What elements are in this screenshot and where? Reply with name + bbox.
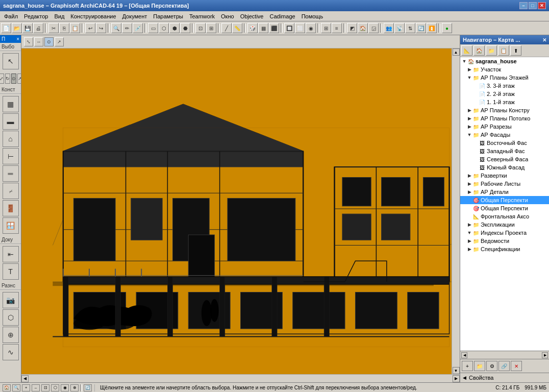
tree-item-details[interactable]: ▶ 📁 АР Детали <box>460 188 549 196</box>
hscroll-right[interactable]: ▶ <box>453 375 460 382</box>
tree-item-constr-plans[interactable]: ▶ 📁 АР Планы Констру <box>460 106 549 114</box>
tree-item-persp2[interactable]: 🎯 Общая Перспекти <box>460 204 549 212</box>
menu-help[interactable]: Помощь <box>298 12 327 20</box>
minimize-button[interactable]: – <box>519 2 528 9</box>
tree-item-west[interactable]: 🖼 Западный Фас <box>460 147 549 155</box>
expand-expl[interactable]: ▶ <box>466 222 472 228</box>
tree-item-axo[interactable]: 📐 Фронтальная Аксо <box>460 212 549 220</box>
tool-move[interactable]: ⤢ <box>0 74 4 84</box>
tree-item-ceil-plans[interactable]: ▶ 📁 АР Планы Потолко <box>460 114 549 122</box>
tool-text[interactable]: T <box>3 263 19 280</box>
tb-snap2[interactable]: ⊞ <box>206 23 216 33</box>
tool-beam[interactable]: ═ <box>3 165 19 182</box>
tb-open[interactable]: 📂 <box>12 23 22 33</box>
tree-item-plans[interactable]: ▼ 📁 АР Планы Этажей <box>460 74 549 82</box>
menu-options[interactable]: Параметры <box>150 12 186 20</box>
tb-cut[interactable]: ✂ <box>48 23 59 33</box>
viewport-hscroll[interactable]: ◀ ▶ <box>21 374 460 382</box>
tb-copy[interactable]: ⎘ <box>59 23 69 33</box>
vp-tb-2[interactable]: ↔ <box>34 37 43 46</box>
tool-zone[interactable]: ⬡ <box>3 309 19 326</box>
tb-select4[interactable]: ⬣ <box>180 23 190 33</box>
prop-arrow-left[interactable]: ◀ <box>463 375 466 380</box>
tree-item-east[interactable]: 🖼 Восточный Фас <box>460 139 549 147</box>
viewport[interactable]: ▲ ▼ <box>21 48 460 374</box>
tb-print[interactable]: 🖨 <box>33 23 43 33</box>
expand-floor3[interactable] <box>472 83 479 89</box>
tb-view3[interactable]: ◲ <box>368 23 379 33</box>
tool-misc1[interactable]: ⊕ <box>3 327 19 343</box>
nav-btn-delete[interactable]: ✕ <box>511 361 522 371</box>
tb-undo[interactable]: ↩ <box>85 23 95 33</box>
tool-misc2[interactable]: ∿ <box>3 344 19 360</box>
tool-column[interactable]: ⊢ <box>3 148 19 164</box>
nav-btn-3[interactable]: 📁 <box>486 45 497 56</box>
tree-item-working-sheets[interactable]: ▶ 📁 Рабочие Листы <box>460 180 549 188</box>
nav-btn-settings[interactable]: ⚙ <box>486 361 497 371</box>
nav-close-icon[interactable]: ✕ <box>542 37 546 43</box>
toolbox-dock[interactable]: × <box>16 36 19 42</box>
tree-item-razvyortki[interactable]: ▶ 📁 Развертки <box>460 172 549 180</box>
tb-layers2[interactable]: ≡ <box>332 23 342 33</box>
menu-design[interactable]: Конструирование <box>67 12 119 20</box>
vp-tb-3[interactable]: ⊙ <box>44 37 54 46</box>
expand-plans[interactable]: ▼ <box>466 75 472 81</box>
nav-btn-link[interactable]: 🔗 <box>498 361 510 371</box>
nav-btn-1[interactable]: 📐 <box>461 45 472 56</box>
expand-razvyortki[interactable]: ▶ <box>466 173 472 179</box>
tool-slab[interactable]: ▬ <box>3 113 19 130</box>
tree-item-north[interactable]: 🖼 Северный Фаса <box>460 155 549 163</box>
tb-render2[interactable]: ⬜ <box>295 23 305 33</box>
expand-indexes[interactable]: ▼ <box>466 230 472 236</box>
tree-item-spec[interactable]: ▶ 📁 Спецификации <box>460 245 549 253</box>
tb-view2[interactable]: 🏠 <box>358 23 368 33</box>
status-icon-1[interactable]: 🏠 <box>3 384 11 391</box>
tb-teamwork3[interactable]: ⇅ <box>405 23 415 33</box>
menu-document[interactable]: Документ <box>119 12 151 20</box>
tb-pencil[interactable]: ✏ <box>122 23 132 33</box>
tb-select-rect[interactable]: ▭ <box>148 23 158 33</box>
tb-layers[interactable]: ⊞ <box>321 23 331 33</box>
tree-item-sections[interactable]: ▶ 📁 АР Разрезы <box>460 122 549 131</box>
tool-roof[interactable]: ⌂ <box>3 131 19 147</box>
tool-window[interactable]: 🪟 <box>3 217 19 234</box>
expand-ceil-plans[interactable]: ▶ <box>466 115 472 121</box>
tb-render3[interactable]: ◉ <box>306 23 316 33</box>
expand-constr-plans[interactable]: ▶ <box>466 107 472 113</box>
tool-dim[interactable]: ⇤ <box>3 246 19 262</box>
tb-teamwork1[interactable]: 👥 <box>384 23 394 33</box>
vp-tb-4[interactable]: ↗ <box>55 37 64 46</box>
status-icon-2[interactable]: 🔍 <box>12 384 20 391</box>
tb-teamwork2[interactable]: 📡 <box>394 23 405 33</box>
tree-item-uchastok[interactable]: ▶ 📁 Участок <box>460 65 549 74</box>
expand-ved[interactable]: ▶ <box>466 238 472 244</box>
tree-item-facades[interactable]: ▼ 📁 АР Фасады <box>460 131 549 139</box>
tb-snap[interactable]: ⊡ <box>195 23 206 33</box>
menu-cadimage[interactable]: Cadimage <box>266 12 298 20</box>
tool-door[interactable]: 🚪 <box>3 200 19 216</box>
tb-3d2[interactable]: ▦ <box>258 23 268 33</box>
tb-select2[interactable]: ⬡ <box>159 23 169 33</box>
tree-item-persp1[interactable]: 🎯 Общая Перспекти <box>460 196 549 204</box>
tb-redo[interactable]: ↪ <box>96 23 106 33</box>
menu-file[interactable]: Файл <box>1 12 21 20</box>
nav-hscroll-left[interactable]: ◀ <box>461 352 467 358</box>
tb-green-circle[interactable]: ● <box>442 23 452 33</box>
tool-camera[interactable]: 📷 <box>3 292 19 308</box>
tool-stair[interactable]: ⌿ <box>3 183 19 199</box>
expand-floor1[interactable] <box>472 99 479 105</box>
tree-item-floor2[interactable]: 📄 2. 2-й этаж <box>460 90 549 98</box>
tb-render1[interactable]: 🔲 <box>284 23 294 33</box>
expand-spec[interactable]: ▶ <box>466 246 472 252</box>
status-icon-4[interactable]: – <box>32 384 40 391</box>
status-icon-8[interactable]: ⊕ <box>70 384 79 391</box>
tool-orbit[interactable]: ⊙ <box>11 74 16 84</box>
nav-btn-add[interactable]: + <box>462 361 473 371</box>
menu-edit[interactable]: Редактор <box>21 12 51 20</box>
status-icon-3[interactable]: + <box>22 384 30 391</box>
vscroll-up[interactable]: ▲ <box>453 48 460 56</box>
tree-item-indexes[interactable]: ▼ 📁 Индексы Проекта <box>460 229 549 237</box>
tb-view1[interactable]: ◩ <box>347 23 357 33</box>
tree-item-floor3[interactable]: 📄 3. 3-й этаж <box>460 82 549 90</box>
expand-facades[interactable]: ▼ <box>466 132 472 138</box>
